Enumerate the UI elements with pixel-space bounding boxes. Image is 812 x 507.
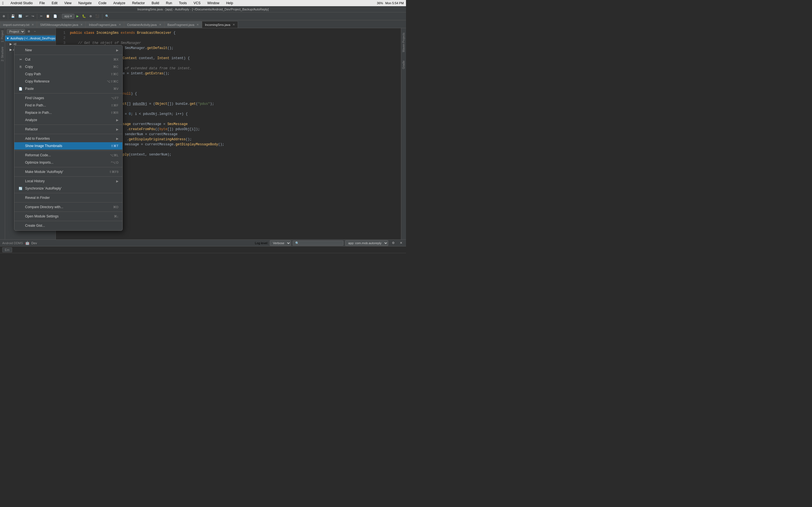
log-level-select[interactable]: Verbose Debug Info Warn Error bbox=[270, 240, 291, 246]
tab-import-summary-close[interactable]: ✕ bbox=[32, 23, 34, 26]
toolbar-coverage[interactable]: ⊕ bbox=[88, 14, 93, 18]
menu-view[interactable]: View bbox=[63, 1, 73, 5]
toolbar-redo[interactable]: ↪ bbox=[30, 14, 36, 18]
cm-local-history[interactable]: Local History ▶ bbox=[14, 177, 122, 185]
bottom-settings-btn[interactable]: ⚙ bbox=[391, 240, 396, 245]
toolbar-stop[interactable]: ⬛ bbox=[94, 14, 101, 18]
cm-find-usages-label: Find Usages bbox=[25, 96, 44, 100]
gradle-tab-label[interactable]: Gradle bbox=[402, 61, 405, 69]
tree-root-icon: ▼ bbox=[6, 37, 9, 40]
tab-base-close[interactable]: ✕ bbox=[197, 23, 199, 26]
tab-container-activity[interactable]: ContainerActivity.java ✕ bbox=[124, 21, 164, 28]
toolbar-cut[interactable]: ✂ bbox=[39, 14, 44, 18]
tree-idea-indent: ▶ bbox=[10, 42, 12, 46]
app-select[interactable]: app: com.mob.autoreply bbox=[345, 240, 388, 246]
cm-find-in-path-label: Find in Path... bbox=[25, 103, 46, 107]
cm-copy-ref-shortcut: ⌥⇧⌘C bbox=[107, 80, 118, 83]
cm-find-in-path[interactable]: Find in Path... ⇧⌘F bbox=[14, 102, 122, 109]
cm-paste[interactable]: 📄 Paste ⌘V bbox=[14, 85, 122, 93]
cm-analyze[interactable]: Analyze ▶ bbox=[14, 116, 122, 124]
cm-new[interactable]: New ▶ bbox=[14, 47, 122, 54]
menu-window[interactable]: Window bbox=[206, 1, 220, 5]
cm-compare-dir[interactable]: Compare Directory with... ⌘D bbox=[14, 203, 122, 211]
cm-reformat[interactable]: Reformat Code... ⌥⌘L bbox=[14, 152, 122, 159]
cm-synchronize[interactable]: 🔄 Synchronize 'AutoReply' bbox=[14, 185, 122, 192]
ddms-label: Android DDMS bbox=[2, 241, 23, 245]
cm-optimize-imports[interactable]: Optimize Imports... ^⌥O bbox=[14, 159, 122, 166]
cm-gist-icon bbox=[18, 223, 23, 228]
cm-find-usages-icon bbox=[18, 96, 23, 100]
bottom-close-btn[interactable]: ✕ bbox=[398, 240, 404, 245]
left-panel-strip: 1: Project 2: Structure bbox=[0, 28, 5, 239]
toolbar-run[interactable]: ▶ bbox=[75, 14, 80, 18]
project-dropdown[interactable]: Project bbox=[7, 29, 25, 34]
cm-find-usages-shortcut: ⌥F7 bbox=[111, 96, 118, 100]
cm-find-usages[interactable]: Find Usages ⌥F7 bbox=[14, 94, 122, 102]
toolbar-copy[interactable]: 📋 bbox=[45, 14, 51, 18]
cm-refactor[interactable]: Refactor ▶ bbox=[14, 126, 122, 133]
tab-incoming-close[interactable]: ✕ bbox=[233, 23, 235, 26]
window-title: IncomingSms.java - [app] - AutoReply - [… bbox=[137, 8, 269, 11]
toolbar-undo[interactable]: ↩ bbox=[24, 14, 30, 18]
cm-show-thumbnails[interactable]: Show Image Thumbnails ⇧⌘T bbox=[14, 142, 122, 150]
gradle-label[interactable]: Maven Projects bbox=[402, 33, 405, 52]
apple-menu[interactable]:  bbox=[2, 1, 4, 5]
toolbar-search[interactable]: 🔍 bbox=[104, 14, 110, 18]
cm-reveal-finder[interactable]: Reveal in Finder bbox=[14, 194, 122, 202]
cm-copy-reference-label: Copy Reference bbox=[25, 79, 50, 83]
tab-sms-adapter[interactable]: SMSMessagesAdapter.java ✕ bbox=[37, 21, 86, 28]
cm-analyze-label: Analyze bbox=[25, 118, 37, 122]
tree-app-indent: ▶ bbox=[10, 48, 12, 52]
cm-favorites-icon bbox=[18, 136, 23, 141]
cm-replace-path-shortcut: ⇧⌘R bbox=[110, 111, 118, 115]
project-panel-label[interactable]: 1: Project bbox=[1, 31, 4, 42]
toolbar-save[interactable]: 💾 bbox=[10, 14, 16, 18]
tab-container-close[interactable]: ✕ bbox=[159, 23, 161, 26]
cm-add-favorites-label: Add to Favorites bbox=[25, 136, 50, 140]
menu-help[interactable]: Help bbox=[225, 1, 234, 5]
sep4 bbox=[102, 14, 102, 19]
cm-make-module[interactable]: Make Module 'AutoReply' ⇧⌘F9 bbox=[14, 168, 122, 175]
menu-code[interactable]: Code bbox=[97, 1, 108, 5]
cm-thumbnails-shortcut: ⇧⌘T bbox=[111, 144, 118, 148]
structure-panel-label[interactable]: 2: Structure bbox=[1, 47, 4, 61]
menu-edit[interactable]: Edit bbox=[50, 1, 59, 5]
tab-inbox-close[interactable]: ✕ bbox=[119, 23, 121, 26]
cm-create-gist[interactable]: Create Gist... bbox=[14, 222, 122, 229]
toolbar-project-btn[interactable]: ⊕ bbox=[1, 14, 6, 18]
menu-run[interactable]: Run bbox=[165, 1, 173, 5]
tab-incoming-sms[interactable]: IncomingSms.java ✕ bbox=[202, 21, 238, 28]
toolbar-paste[interactable]: 📄 bbox=[52, 14, 59, 18]
main-area: 1: Project 2: Structure Project ⚙ − ▼ Au… bbox=[0, 28, 406, 239]
menu-android-studio[interactable]: Android Studio bbox=[9, 1, 34, 5]
cm-copy[interactable]: ⎘ Copy ⌘C bbox=[14, 63, 122, 70]
toolbar-run-config[interactable]: app ▾ bbox=[62, 14, 74, 18]
toolbar-debug[interactable]: 🐛 bbox=[81, 14, 87, 18]
cm-copy-path[interactable]: Copy Path ⇧⌘C bbox=[14, 70, 122, 78]
tab-import-summary[interactable]: import-summary.txt ✕ bbox=[0, 21, 37, 28]
log-search-input[interactable] bbox=[293, 240, 343, 245]
tab-base-fragment[interactable]: BaseFragment.java ✕ bbox=[164, 21, 202, 28]
sidebar-settings[interactable]: ⚙ bbox=[26, 29, 32, 34]
cm-add-favorites[interactable]: Add to Favorites ▶ bbox=[14, 135, 122, 142]
menu-navigate[interactable]: Navigate bbox=[77, 1, 93, 5]
cm-copy-reference[interactable]: Copy Reference ⌥⇧⌘C bbox=[14, 78, 122, 85]
cm-module-settings[interactable]: Open Module Settings ⌘↓ bbox=[14, 213, 122, 220]
tree-root[interactable]: ▼ AutoReply (~/.../Android_Dev/Project_B… bbox=[5, 36, 56, 41]
toolbar-sync[interactable]: 🔄 bbox=[17, 14, 24, 18]
menu-build[interactable]: Build bbox=[151, 1, 160, 5]
menu-tools[interactable]: Tools bbox=[178, 1, 188, 5]
cm-cut[interactable]: ✂ Cut ⌘X bbox=[14, 56, 122, 63]
cm-paste-icon: 📄 bbox=[18, 87, 23, 91]
cm-replace-in-path[interactable]: Replace in Path... ⇧⌘R bbox=[14, 109, 122, 116]
menu-analyze[interactable]: Analyze bbox=[112, 1, 126, 5]
cm-make-shortcut: ⇧⌘F9 bbox=[109, 170, 118, 174]
tab-sms-adapter-close[interactable]: ✕ bbox=[80, 23, 83, 26]
menu-file[interactable]: File bbox=[38, 1, 46, 5]
android-icon: 🤖 bbox=[25, 241, 30, 245]
sidebar-collapse[interactable]: − bbox=[33, 29, 37, 34]
gradle-panel: Maven Projects Gradle bbox=[401, 28, 406, 239]
tab-inbox-fragment[interactable]: InboxFragment.java ✕ bbox=[86, 21, 124, 28]
menu-vcs[interactable]: VCS bbox=[193, 1, 202, 5]
menu-refactor[interactable]: Refactor bbox=[131, 1, 146, 5]
